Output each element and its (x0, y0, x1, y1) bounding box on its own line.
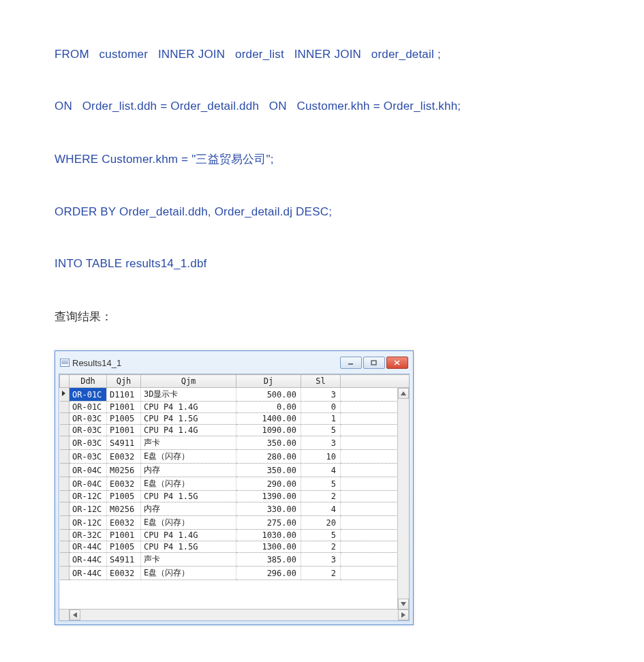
cell-dj[interactable]: 500.00 (236, 388, 301, 402)
table-row[interactable]: OR-44CP1005CPU P4 1.5G1300.002 (60, 541, 410, 553)
cell-dj[interactable]: 350.00 (236, 436, 301, 450)
cell-qjm[interactable]: E盘（闪存） (141, 567, 236, 580)
cell-ddh[interactable]: OR-01C (70, 388, 107, 402)
cell-qjh[interactable]: S4911 (107, 436, 141, 450)
col-header-qjm[interactable]: Qjm (141, 375, 236, 388)
cell-dj[interactable]: 1400.00 (236, 413, 301, 425)
cell-qjm[interactable]: CPU P4 1.5G (141, 413, 236, 425)
cell-qjh[interactable]: E0032 (107, 477, 141, 491)
titlebar[interactable]: Results14_1 (59, 355, 410, 374)
cell-ddh[interactable]: OR-12C (70, 516, 107, 530)
cell-qjm[interactable]: CPU P4 1.4G (141, 425, 236, 436)
cell-ddh[interactable]: OR-01C (70, 402, 107, 413)
cell-qjm[interactable]: E盘（闪存） (141, 516, 236, 530)
row-marker[interactable] (60, 541, 70, 553)
cell-sl[interactable]: 10 (301, 450, 341, 464)
row-marker[interactable] (60, 450, 70, 464)
table-row[interactable]: OR-12CP1005CPU P4 1.5G1390.002 (60, 491, 410, 502)
cell-sl[interactable]: 5 (301, 425, 341, 436)
vertical-scrollbar[interactable] (397, 388, 409, 610)
cell-ddh[interactable]: OR-03C (70, 425, 107, 436)
cell-qjh[interactable]: E0032 (107, 567, 141, 580)
cell-qjm[interactable]: 声卡 (141, 553, 236, 567)
row-marker[interactable] (60, 491, 70, 502)
cell-qjh[interactable]: M0256 (107, 464, 141, 477)
cell-dj[interactable]: 0.00 (236, 402, 301, 413)
cell-qjh[interactable]: P1005 (107, 541, 141, 553)
maximize-button[interactable] (363, 357, 385, 369)
data-grid[interactable]: Ddh Qjh Qjm Dj Sl OR-01CD11013D显示卡500.00… (59, 374, 410, 621)
cell-ddh[interactable]: OR-04C (70, 477, 107, 491)
cell-qjh[interactable]: S4911 (107, 553, 141, 567)
cell-qjh[interactable]: E0032 (107, 516, 141, 530)
table-row[interactable]: OR-03CE0032E盘（闪存）280.0010 (60, 450, 410, 464)
results-table[interactable]: Ddh Qjh Qjm Dj Sl OR-01CD11013D显示卡500.00… (59, 374, 409, 580)
close-button[interactable] (386, 357, 408, 369)
cell-dj[interactable]: 1030.00 (236, 530, 301, 541)
cell-ddh[interactable]: OR-44C (70, 541, 107, 553)
cell-sl[interactable]: 4 (301, 464, 341, 477)
cell-qjm[interactable]: 声卡 (141, 436, 236, 450)
cell-qjm[interactable]: 内存 (141, 502, 236, 516)
cell-qjh[interactable]: P1005 (107, 413, 141, 425)
cell-ddh[interactable]: OR-12C (70, 502, 107, 516)
cell-qjm[interactable]: CPU P4 1.5G (141, 541, 236, 553)
col-header-ddh[interactable]: Ddh (70, 375, 107, 388)
scroll-down-icon[interactable] (398, 599, 409, 610)
cell-sl[interactable]: 3 (301, 388, 341, 402)
cell-qjm[interactable]: CPU P4 1.4G (141, 402, 236, 413)
table-row[interactable]: OR-03CP1005CPU P4 1.5G1400.001 (60, 413, 410, 425)
row-marker[interactable] (60, 425, 70, 436)
row-marker[interactable] (60, 502, 70, 516)
cell-dj[interactable]: 1390.00 (236, 491, 301, 502)
table-row[interactable]: OR-44CS4911声卡385.003 (60, 553, 410, 567)
cell-ddh[interactable]: OR-03C (70, 413, 107, 425)
table-row[interactable]: OR-01CP1001CPU P4 1.4G0.000 (60, 402, 410, 413)
cell-dj[interactable]: 275.00 (236, 516, 301, 530)
cell-dj[interactable]: 350.00 (236, 464, 301, 477)
col-header-qjh[interactable]: Qjh (107, 375, 141, 388)
cell-dj[interactable]: 330.00 (236, 502, 301, 516)
minimize-button[interactable] (340, 357, 362, 369)
cell-ddh[interactable]: OR-44C (70, 553, 107, 567)
cell-sl[interactable]: 4 (301, 502, 341, 516)
cell-dj[interactable]: 296.00 (236, 567, 301, 580)
cell-dj[interactable]: 1090.00 (236, 425, 301, 436)
cell-sl[interactable]: 2 (301, 541, 341, 553)
row-marker[interactable] (60, 413, 70, 425)
table-row[interactable]: OR-04CM0256内存350.004 (60, 464, 410, 477)
cell-dj[interactable]: 280.00 (236, 450, 301, 464)
cell-qjh[interactable]: M0256 (107, 502, 141, 516)
cell-sl[interactable]: 3 (301, 436, 341, 450)
cell-qjm[interactable]: 3D显示卡 (141, 388, 236, 402)
cell-qjm[interactable]: CPU P4 1.5G (141, 491, 236, 502)
table-row[interactable]: OR-32CP1001CPU P4 1.4G1030.005 (60, 530, 410, 541)
cell-dj[interactable]: 1300.00 (236, 541, 301, 553)
cell-sl[interactable]: 2 (301, 491, 341, 502)
cell-dj[interactable]: 290.00 (236, 477, 301, 491)
col-header-dj[interactable]: Dj (236, 375, 301, 388)
cell-ddh[interactable]: OR-04C (70, 464, 107, 477)
cell-qjm[interactable]: CPU P4 1.4G (141, 530, 236, 541)
cell-sl[interactable]: 20 (301, 516, 341, 530)
row-marker[interactable] (60, 477, 70, 491)
col-header-sl[interactable]: Sl (301, 375, 341, 388)
scroll-right-icon[interactable] (398, 610, 409, 620)
cell-qjh[interactable]: P1001 (107, 425, 141, 436)
cell-sl[interactable]: 3 (301, 553, 341, 567)
cell-sl[interactable]: 2 (301, 567, 341, 580)
cell-qjh[interactable]: D1101 (107, 388, 141, 402)
row-marker[interactable] (60, 530, 70, 541)
scroll-left-icon[interactable] (70, 610, 80, 620)
cell-ddh[interactable]: OR-03C (70, 436, 107, 450)
cell-qjh[interactable]: P1005 (107, 491, 141, 502)
cell-qjm[interactable]: E盘（闪存） (141, 450, 236, 464)
table-row[interactable]: OR-44CE0032E盘（闪存）296.002 (60, 567, 410, 580)
cell-qjm[interactable]: E盘（闪存） (141, 477, 236, 491)
hscroll-track[interactable] (80, 610, 398, 620)
cell-sl[interactable]: 5 (301, 477, 341, 491)
cell-qjh[interactable]: P1001 (107, 402, 141, 413)
cell-sl[interactable]: 0 (301, 402, 341, 413)
cell-qjh[interactable]: P1001 (107, 530, 141, 541)
cell-sl[interactable]: 5 (301, 530, 341, 541)
